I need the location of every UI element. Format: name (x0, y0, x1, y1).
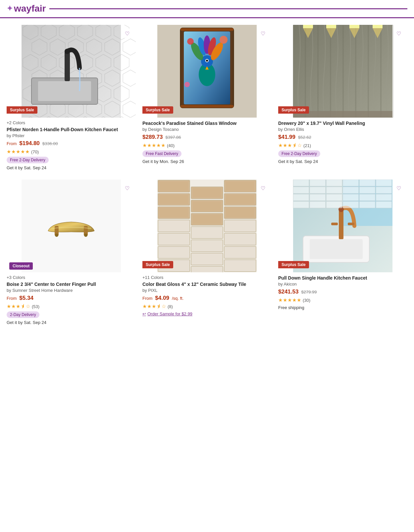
color-variant[interactable]: +3 Colors (7, 275, 136, 280)
svg-rect-140 (348, 223, 354, 225)
price-current: $41.99 (278, 134, 295, 140)
price-original: $336.00 (42, 141, 58, 146)
svg-rect-156 (343, 194, 359, 201)
price-row: $41.99$52.62 (278, 134, 407, 140)
product-card-p2[interactable]: ♡ Surplus Sale Peacock's Paradise Staine… (142, 25, 272, 173)
svg-rect-148 (310, 187, 326, 193)
svg-rect-154 (310, 194, 326, 201)
svg-rect-99 (191, 200, 223, 212)
product-brand: by Orren Ellis (278, 127, 407, 132)
color-variant[interactable]: +2 Colors (7, 120, 136, 125)
star-icons: ★★★★★ (7, 149, 30, 155)
product-info: Pull Down Single Handle Kitchen Faucet b… (278, 272, 407, 313)
review-count: (53) (32, 304, 39, 309)
svg-rect-123 (191, 253, 223, 265)
price-original: $279.99 (301, 290, 317, 294)
product-image-container: ♡ Surplus Sale (7, 25, 136, 118)
svg-rect-153 (293, 194, 309, 201)
svg-rect-103 (158, 207, 190, 219)
svg-point-89 (84, 234, 87, 237)
product-card-p6[interactable]: ♡ Surplus Sale Pull Down Single Handle K… (278, 180, 407, 328)
product-brand: by PIXL (142, 288, 272, 293)
svg-rect-147 (293, 187, 309, 193)
star-rating: ★★★★★ (70) (7, 149, 136, 155)
delivery-badge: Free 2-Day Delivery (278, 150, 320, 157)
wishlist-button[interactable]: ♡ (258, 28, 268, 39)
svg-rect-101 (224, 193, 256, 205)
svg-rect-97 (158, 193, 190, 205)
svg-rect-93 (191, 187, 223, 199)
svg-rect-91 (158, 180, 190, 192)
star-rating: ★★★⯨☆ (53) (7, 303, 136, 309)
sample-icon: ↩ (142, 311, 146, 316)
delivery-date: Get it by Mon. Sep 26 (142, 159, 272, 164)
svg-rect-51 (65, 51, 70, 81)
svg-rect-160 (310, 201, 326, 208)
wishlist-button[interactable]: ♡ (393, 183, 404, 193)
product-card-p5[interactable]: ♡ Surplus Sale +11 Colors Color Beat Glo… (142, 180, 272, 328)
product-badge: Surplus Sale (278, 261, 309, 268)
logo-star-icon: ✦ (7, 4, 13, 13)
product-badge: Closeout (9, 262, 33, 270)
product-image-container: ♡ Surplus Sale (278, 25, 407, 118)
color-variant[interactable]: +11 Colors (142, 275, 272, 280)
svg-rect-163 (359, 201, 375, 208)
product-name: Color Beat Gloss 4" x 12" Ceramic Subway… (142, 281, 272, 287)
svg-rect-139 (331, 223, 338, 225)
svg-rect-149 (326, 187, 342, 193)
product-name: Drewery 20" x 19.7" Vinyl Wall Paneling (278, 120, 407, 126)
star-icons: ★★★★★ (142, 142, 166, 148)
star-icons: ★★★⯨☆ (142, 303, 166, 309)
review-count: (40) (167, 143, 175, 148)
price-original: $397.86 (165, 135, 181, 140)
wayfair-logo[interactable]: ✦ wayfair (7, 3, 46, 14)
wishlist-button[interactable]: ♡ (122, 28, 132, 39)
product-name: Pfister Norden 1-Handle Pull-Down Kitche… (7, 127, 136, 133)
svg-rect-109 (158, 220, 190, 232)
review-count: (30) (303, 298, 310, 303)
svg-rect-137 (339, 209, 343, 239)
product-card-p1[interactable]: ♡ Surplus Sale +2 Colors Pfister Norden … (7, 25, 136, 173)
product-image-container: ♡ Surplus Sale (142, 180, 272, 272)
svg-rect-131 (224, 260, 256, 272)
header: ✦ wayfair (0, 0, 414, 18)
product-card-p4[interactable]: ♡ Closeout +3 Colors Boise 2 3/4" Center… (7, 180, 136, 328)
product-card-p3[interactable]: ♡ Surplus Sale Drewery 20" x 19.7" Vinyl… (278, 25, 407, 173)
star-icons: ★★★★★ (278, 297, 301, 303)
delivery-badge: Free Fast Delivery (142, 150, 181, 157)
product-image-container: ♡ Closeout (7, 180, 136, 272)
product-brand: by Pfister (7, 133, 136, 138)
svg-rect-144 (343, 180, 359, 186)
logo-text: wayfair (14, 3, 46, 14)
price-current: $289.73 (142, 134, 163, 140)
product-brand: by Design Toscano (142, 127, 272, 132)
wishlist-button[interactable]: ♡ (122, 183, 132, 193)
svg-rect-105 (191, 213, 223, 225)
svg-rect-158 (376, 194, 392, 201)
svg-marker-24 (123, 70, 136, 86)
product-info: +11 Colors Color Beat Gloss 4" x 12" Cer… (142, 272, 272, 319)
svg-rect-70 (181, 105, 233, 108)
product-image-container: ♡ Surplus Sale (142, 25, 272, 118)
price-current: $4.09 (155, 295, 169, 301)
order-sample-link[interactable]: ↩ Order Sample for $2.99 (142, 311, 272, 316)
price-prefix: From (7, 296, 17, 301)
star-rating: ★★★★★ (30) (278, 297, 407, 303)
svg-rect-107 (224, 207, 256, 219)
svg-rect-81 (326, 25, 336, 28)
price-original: $52.62 (298, 135, 311, 140)
product-info: Drewery 20" x 19.7" Vinyl Wall Paneling … (278, 118, 407, 167)
svg-rect-125 (224, 246, 256, 258)
product-badge: Surplus Sale (142, 261, 173, 268)
product-brand: by Akicon (278, 282, 407, 287)
svg-rect-83 (373, 25, 383, 28)
svg-rect-155 (326, 194, 342, 201)
wishlist-button[interactable]: ♡ (258, 183, 268, 193)
wishlist-button[interactable]: ♡ (393, 28, 404, 39)
svg-rect-82 (349, 25, 359, 28)
svg-rect-143 (326, 180, 342, 186)
delivery-date: Get it by Sat. Sep 24 (7, 165, 136, 170)
svg-point-67 (220, 36, 228, 44)
svg-rect-141 (293, 180, 309, 186)
svg-rect-146 (376, 180, 392, 186)
